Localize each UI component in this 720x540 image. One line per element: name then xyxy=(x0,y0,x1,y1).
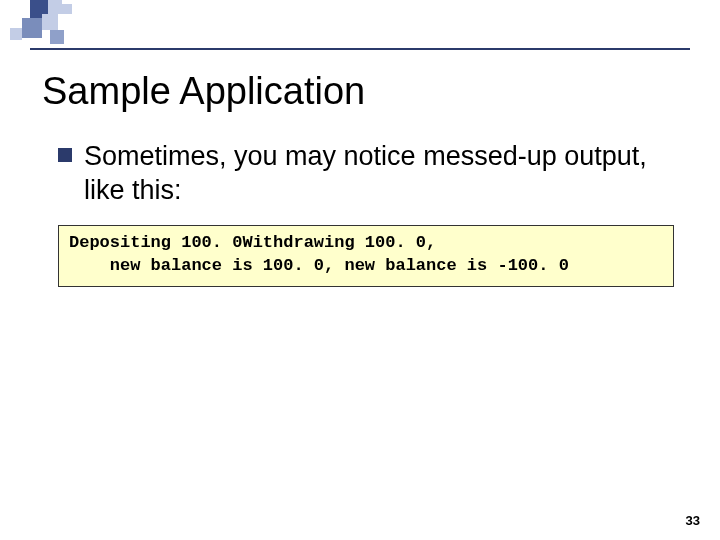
bullet-square-icon xyxy=(58,148,72,162)
code-output-box: Depositing 100. 0Withdrawing 100. 0, new… xyxy=(58,225,674,287)
bullet-text: Sometimes, you may notice messed-up outp… xyxy=(84,140,680,208)
code-line-2: new balance is 100. 0, new balance is -1… xyxy=(69,256,569,275)
divider-line xyxy=(30,48,690,50)
corner-decoration xyxy=(0,0,150,50)
page-number: 33 xyxy=(686,513,700,528)
code-line-1: Depositing 100. 0Withdrawing 100. 0, xyxy=(69,233,436,252)
slide-title: Sample Application xyxy=(42,70,365,113)
bullet-item: Sometimes, you may notice messed-up outp… xyxy=(58,140,680,208)
